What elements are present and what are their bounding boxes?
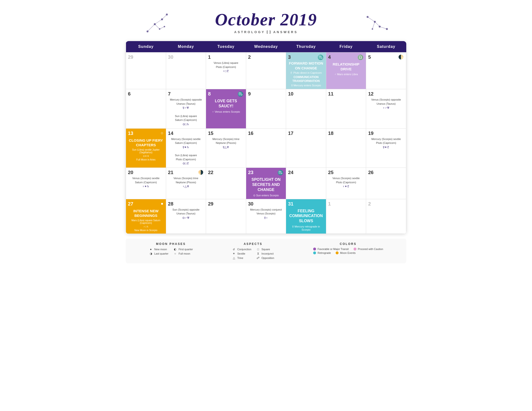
svg-point-10 [164,26,165,27]
svg-line-14 [372,22,375,29]
svg-line-12 [375,22,380,27]
day-number: 17 [288,131,324,136]
sextile-label: Sextile [237,252,245,255]
cell-oct14: 14 Mercury (Scorpio) sextileSaturn (Capr… [166,128,206,168]
day-content: Mercury (Scorpio) oppositeUranus (Taurus… [168,98,204,126]
cell-oct31-highlighted: 31 FEELING COMMUNICATION SLOWS ☿ Mercury… [286,199,326,234]
color-row-1: Favorable or Major Transit Proceed with … [313,248,383,251]
event-text: Venus (Scorpio) trineNeptune (Pisces) [173,177,198,184]
legend-item-sextile: ✶ Sextile [232,252,251,255]
day-number: 9 [248,91,284,97]
aspect-symbols: ⊙♂♅ [168,216,204,220]
day-number: 2 [368,201,404,207]
calendar-table: Sunday Monday Tuesday Wednesday Thursday… [126,41,406,234]
legend-item-full-moon: ○ Full moon [173,252,193,255]
calendar-row-2: 6 7 Mercury (Scorpio) oppositeUranus (Ta… [126,89,406,129]
event-text: Mercury (Scorpio) oppositeUranus (Taurus… [170,98,202,105]
cell-symbols: ♂□♄ [128,225,164,228]
zodiac-symbol: ♏ [277,170,283,176]
cell-oct9: 9 [246,89,286,129]
day-number: 2 [248,54,284,60]
event-text: Mercury (Scorpio) sextilePluto (Capricor… [371,138,401,145]
conjunction-label: Conjunction [237,248,251,251]
day-number: 29 [208,201,244,207]
cell-title2: COMMUNICATION TRANSFORMATION [288,75,324,83]
header-wednesday: Wednesday [246,41,286,52]
constellation-left [140,7,169,40]
day-number: 22 [208,170,244,175]
cell-oct29: 29 [206,199,246,234]
day-content: Mercury (Scorpio) sextileSaturn (Caprico… [168,137,204,166]
day-number: 16 [248,131,284,136]
cell-subtitle: ♀ Venus enters Scorpio [208,110,244,113]
aspect-symbols: ☿△♆ [208,145,244,149]
cell-oct22: 22 [206,168,246,199]
full-moon-label: Full moon [179,252,190,255]
legend-moon-title: MOON PHASES [149,242,193,246]
svg-line-0 [148,24,155,31]
legend-moon-items: ● New moon ◑ Last quarter ◐ First quarte… [149,248,193,255]
event-text: Mercury (Scorpio) sextileSaturn (Caprico… [171,138,201,145]
day-number: 10 [288,91,324,97]
cell-title: INTENSE NEW BEGINNINGS [128,209,164,218]
legend-item-opposition: ☍ Opposition [256,256,274,260]
svg-point-6 [154,23,156,25]
cell-oct18: 18 [326,128,366,168]
calendar-header: October 2019 ASTROLOGY ⟦⟧ ANSWERS [126,5,406,36]
legend-aspects-title: ASPECTS [232,242,274,246]
svg-point-16 [374,21,376,23]
cell-oct2: 2 [246,52,286,89]
brand-right: ANSWERS [273,30,298,34]
cell-oct21: 21 🌗 Venus (Scorpio) trineNeptune (Pisce… [166,168,206,199]
svg-line-11 [368,17,375,22]
cell-subtitle2: ☿ Mercury enters Scorpio [288,84,324,87]
svg-point-9 [159,28,160,30]
event-text: Mercury (Scorpio) conjunctVenus (Scorpio… [250,208,282,215]
moon-events-label: Moon Events [340,252,355,254]
aspect-symbols: ♀♂♅ [368,106,404,110]
day-number: 30 [168,54,204,60]
moon-phase-icon: 🌓 [398,54,404,60]
cell-nov1: 1 [326,199,366,234]
cell-title: SPOTLIGHT ON SECRETS AND CHANGE [248,177,284,192]
last-quarter-icon: ◑ [149,252,153,255]
cell-oct27-highlighted: 27 ● INTENSE NEW BEGINNINGS Mars (Libra)… [126,199,166,234]
trine-label: Trine [237,257,243,259]
cell-subtitle: ♇ Pluto direct in Capricorn [288,71,324,75]
inconjunct-icon: ⊻ [256,252,260,255]
header-tuesday: Tuesday [206,41,246,52]
moon-col-left: ● New moon ◑ Last quarter [149,248,169,255]
square-icon: □ [256,248,260,251]
legend-aspects: ASPECTS ☌ Conjunction ✶ Sextile △ Trine … [232,242,274,260]
first-quarter-label: First quarter [179,248,193,251]
caution-label: Proceed with Caution [358,248,383,251]
cell-oct20: 20 Venus (Scorpio) sextileSaturn (Capric… [126,168,166,199]
event-text: Sun (Scorpio) oppositeUranus (Taurus) [172,208,200,215]
legend-item-retrograde: Retrograde [313,252,331,254]
opposition-label: Opposition [261,257,274,259]
event-text: Venus (Scorpio) sextileSaturn (Capricorn… [132,177,160,184]
cell-oct25: 25 Venus (Scorpio) sextilePluto (Caprico… [326,168,366,199]
legend-item-new-moon: ● New moon [149,248,169,251]
legend-moon-phases: MOON PHASES ● New moon ◑ Last quarter ◐ … [149,242,193,260]
opposition-icon: ☍ [256,256,260,260]
cell-oct6: 6 [126,89,166,129]
cell-nov2: 2 [366,199,406,234]
aspect-symbols: ☿♀ [248,216,284,220]
cell-subtitle: Mars (Libra) square Saturn (Capricorn) [128,219,164,224]
calendar-row-3: 13 ○ CLOSING UP FIERY CHAPTERS Sun (Libr… [126,128,406,168]
cell-oct23-highlighted: 23 ♏ SPOTLIGHT ON SECRETS AND CHANGE ⊙ S… [246,168,286,199]
zodiac-symbol: ♏ [238,91,244,97]
day-number: 29 [128,54,164,60]
new-moon-label: New moon [154,248,167,251]
day-number: 12 [368,91,404,97]
day-number: 18 [328,131,364,136]
event-text: Venus (Scorpio) sextilePluto (Capricorn) [332,177,360,184]
cell-oct17: 17 [286,128,326,168]
cell-oct16: 16 [246,128,286,168]
day-number: 25 [328,170,364,175]
retrograde-label: Retrograde [317,252,331,254]
event-text2: Sun (Libra) squareSaturn (Capricorn) [175,115,197,121]
cell-oct13-highlighted: 13 ○ CLOSING UP FIERY CHAPTERS Sun (Libr… [126,128,166,168]
day-number: 7 [168,91,204,97]
